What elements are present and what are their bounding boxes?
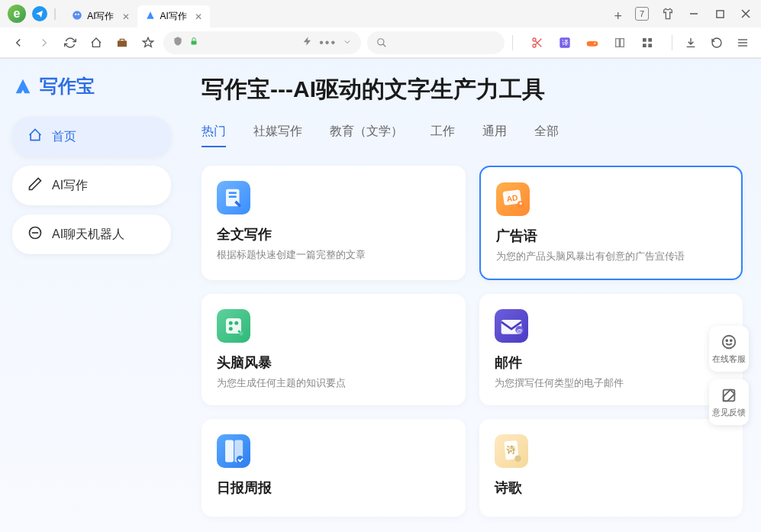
bookmark-button[interactable]: [137, 32, 159, 53]
translate-icon[interactable]: 译: [554, 32, 576, 53]
svg-point-11: [533, 38, 536, 41]
close-button[interactable]: [734, 3, 758, 24]
card-ad[interactable]: AD广告语为您的产品头脑风暴出有创意的广告宣传语: [479, 166, 743, 280]
svg-rect-18: [643, 38, 647, 42]
minimize-button[interactable]: [682, 3, 706, 24]
card-title: 广告语: [496, 227, 727, 245]
content-tab[interactable]: 工作: [430, 124, 455, 147]
brain-icon: [217, 309, 250, 343]
card-desc: 为您的产品头脑风暴出有创意的广告宣传语: [496, 250, 727, 263]
tab-close-icon[interactable]: ✕: [195, 11, 202, 22]
ad-icon: AD: [496, 182, 530, 216]
search-input[interactable]: [367, 31, 505, 54]
svg-point-17: [594, 42, 595, 44]
svg-point-1: [75, 14, 76, 15]
svg-point-47: [514, 455, 521, 462]
content-tab[interactable]: 通用: [482, 124, 507, 147]
tab-favicon-icon: [72, 10, 82, 23]
lock-icon: [189, 36, 198, 50]
service-icon: [721, 334, 737, 350]
chat-icon: [27, 225, 43, 243]
scissors-icon[interactable]: [527, 32, 548, 53]
content-tabs: 热门社媒写作教育（文学）工作通用全部: [202, 124, 743, 147]
download-icon[interactable]: [680, 32, 701, 53]
page: 写作宝 首页AI写作AI聊天机器人 写作宝---AI驱动的文字生产力工具 热门社…: [0, 59, 761, 532]
menu-icon[interactable]: [732, 32, 753, 53]
telegram-icon[interactable]: [32, 6, 47, 21]
content-tab[interactable]: 热门: [202, 124, 226, 147]
browser-chrome: e | AI写作 ✕ AI写作 ✕ +: [0, 0, 761, 59]
book-icon[interactable]: [609, 32, 630, 53]
briefcase-icon[interactable]: [111, 32, 133, 53]
svg-point-0: [73, 11, 82, 20]
more-icon[interactable]: •••: [319, 36, 337, 50]
customer-service-button[interactable]: 在线客服: [709, 326, 749, 372]
svg-point-12: [533, 44, 536, 47]
maximize-button[interactable]: [708, 3, 732, 24]
svg-point-35: [229, 321, 233, 325]
tab-counter[interactable]: 7: [630, 3, 654, 24]
feedback-button[interactable]: 意见反馈: [709, 379, 749, 425]
svg-point-48: [723, 335, 736, 348]
nav-label: AI写作: [52, 178, 88, 194]
svg-text:译: 译: [562, 39, 569, 47]
shirt-icon[interactable]: [656, 3, 680, 24]
grid-icon[interactable]: [637, 32, 658, 53]
history-icon[interactable]: [706, 32, 727, 53]
svg-line-10: [383, 44, 386, 47]
brand-icon: [12, 76, 34, 97]
float-label: 意见反馈: [712, 407, 746, 418]
extension-icons: 译: [521, 32, 664, 53]
card-desc: 根据标题快速创建一篇完整的文章: [217, 248, 450, 262]
card-brain[interactable]: 头脑风暴为您生成任何主题的知识要点: [202, 294, 466, 405]
brand-label: 写作宝: [40, 74, 95, 98]
new-tab-button[interactable]: +: [606, 5, 630, 27]
browser-tab[interactable]: AI写作 ✕: [64, 5, 137, 27]
card-poem[interactable]: 诗诗歌: [479, 419, 743, 517]
browser-tab[interactable]: AI写作 ✕: [137, 5, 210, 27]
svg-rect-29: [229, 196, 237, 198]
browser-logo-icon[interactable]: e: [8, 5, 26, 23]
nav-item-pen[interactable]: AI写作: [12, 166, 171, 205]
chevron-down-icon[interactable]: [343, 36, 352, 50]
nav-item-home[interactable]: 首页: [12, 117, 171, 156]
game-icon[interactable]: [582, 32, 603, 53]
svg-point-38: [240, 332, 243, 336]
lightning-icon[interactable]: [302, 36, 313, 50]
svg-point-37: [229, 327, 233, 330]
pen-icon: [27, 176, 43, 195]
content-tab[interactable]: 全部: [534, 124, 559, 147]
doc-edit-icon: [217, 181, 250, 214]
card-desc: 为您撰写任何类型的电子邮件: [495, 376, 728, 390]
poem-icon: 诗: [495, 434, 528, 468]
card-doc-edit[interactable]: 全文写作根据标题快速创建一篇完整的文章: [202, 166, 466, 280]
svg-rect-19: [648, 38, 652, 42]
card-report[interactable]: 日报周报: [202, 419, 466, 517]
content-tab[interactable]: 教育（文学）: [330, 124, 403, 147]
forward-button[interactable]: [34, 32, 55, 53]
cards-grid: 全文写作根据标题快速创建一篇完整的文章AD广告语为您的产品头脑风暴出有创意的广告…: [202, 166, 743, 517]
svg-point-49: [726, 340, 727, 341]
brand[interactable]: 写作宝: [12, 74, 171, 98]
svg-text:诗: 诗: [506, 444, 516, 456]
card-title: 全文写作: [217, 225, 450, 243]
svg-rect-7: [118, 40, 127, 47]
browser-tabs: AI写作 ✕ AI写作 ✕ +: [64, 0, 630, 27]
svg-point-33: [519, 202, 521, 205]
card-title: 邮件: [495, 353, 728, 372]
url-input[interactable]: •••: [163, 31, 361, 54]
card-mail[interactable]: @邮件为您撰写任何类型的电子邮件: [479, 294, 743, 405]
content-tab[interactable]: 社媒写作: [253, 124, 302, 147]
tab-close-icon[interactable]: ✕: [122, 11, 130, 22]
card-title: 诗歌: [495, 479, 728, 497]
nav-item-chat[interactable]: AI聊天机器人: [12, 214, 171, 254]
back-button[interactable]: [8, 32, 29, 53]
home-button[interactable]: [85, 32, 107, 53]
tab-favicon-icon: [145, 10, 156, 23]
svg-rect-4: [716, 10, 723, 17]
divider: [512, 35, 513, 50]
reload-button[interactable]: [60, 32, 81, 53]
feedback-icon: [721, 387, 737, 404]
logo-area: e |: [0, 5, 64, 23]
card-title: 头脑风暴: [217, 353, 450, 372]
